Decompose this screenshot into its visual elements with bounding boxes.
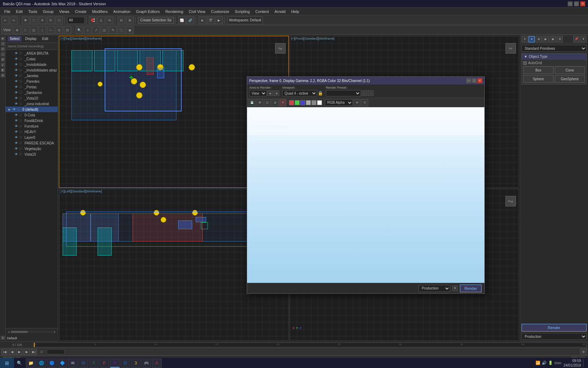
scene-item-16[interactable]: 👁 □ PAREDE ESCADA: [6, 140, 58, 146]
undo-button[interactable]: ↩: [1, 16, 9, 24]
display-panel-btn[interactable]: ◉: [550, 36, 556, 42]
box-icon-16[interactable]: □: [20, 141, 23, 145]
tb2-btn11[interactable]: ◫: [101, 26, 108, 34]
scene-tab-display[interactable]: Display: [23, 36, 39, 41]
create-selection-button[interactable]: Create Selection Se: [138, 17, 174, 24]
preset-arrow[interactable]: ▼: [452, 286, 458, 291]
strip-icon-3[interactable]: ☍: [1, 47, 5, 51]
eye-icon-4[interactable]: 👁: [15, 74, 18, 77]
menu-arnold[interactable]: Arnold: [272, 9, 288, 14]
tb2-btn5[interactable]: ↔: [47, 26, 55, 34]
box-icon-7[interactable]: □: [20, 91, 23, 94]
rotate-button[interactable]: ↻: [47, 16, 55, 24]
render-output-preset[interactable]: Production Draft: [419, 285, 450, 292]
menu-animation[interactable]: Animation: [111, 9, 133, 14]
render-copy-btn[interactable]: ⊞: [256, 99, 263, 106]
scene-item-5[interactable]: 👁 □ _Paredes: [6, 79, 58, 84]
go-end-button[interactable]: ▶|: [31, 349, 37, 355]
strip-icon-7[interactable]: ◐: [1, 68, 5, 72]
box-icon-1[interactable]: □: [20, 57, 23, 61]
render-button[interactable]: Render: [522, 324, 587, 332]
area-render-select[interactable]: View: [249, 90, 267, 96]
tb2-btn8[interactable]: 🔍: [76, 26, 83, 34]
menu-civil-view[interactable]: Civil View: [186, 9, 208, 14]
taskbar-ie[interactable]: 🔷: [57, 359, 67, 368]
maximize-button[interactable]: □: [574, 1, 579, 6]
render-clone-btn[interactable]: ◫: [264, 99, 271, 106]
schematic-view-button[interactable]: 🔗: [187, 16, 194, 24]
viewport-select[interactable]: Quad 4 - ective: [282, 90, 317, 96]
scene-item-7[interactable]: 👁 □ _Sanitarios: [6, 90, 58, 95]
box-icon-18[interactable]: □: [20, 152, 23, 156]
panel-pin[interactable]: 📌: [573, 36, 580, 42]
tb2-btn3[interactable]: ◫: [30, 26, 38, 34]
render-setup[interactable]: 🎬: [207, 16, 215, 24]
workspaces-label[interactable]: Workspaces: Default: [227, 16, 263, 24]
color-r[interactable]: [289, 100, 294, 105]
move-button[interactable]: ✛: [38, 16, 46, 24]
tb2-btn6[interactable]: ⊙: [55, 26, 63, 34]
close-button[interactable]: ✕: [580, 1, 585, 6]
taskbar-mail[interactable]: ✉: [68, 359, 78, 368]
viewport-top-label[interactable]: [+][Top][Standard][Wireframe]: [61, 37, 102, 40]
box-icon-17[interactable]: □: [20, 147, 23, 150]
tray-volume[interactable]: 🔊: [542, 361, 547, 365]
object-type-arrow[interactable]: ▼: [524, 55, 527, 59]
render-frame[interactable]: ▶: [215, 16, 223, 24]
area-render-btn1[interactable]: ◈: [267, 90, 273, 96]
strip-icon-bottom[interactable]: ⊘: [1, 336, 5, 340]
panel-options[interactable]: ▼: [580, 36, 587, 42]
scene-item-9[interactable]: 👁 □ _zona industrial: [6, 101, 58, 107]
render-now-button[interactable]: Render: [460, 285, 482, 292]
color-g[interactable]: [295, 100, 300, 105]
render-clear-btn[interactable]: ✕: [279, 99, 286, 106]
taskbar-3ds[interactable]: 3: [131, 359, 141, 368]
viewport-front-label[interactable]: [+][Front][Standard][Wireframe]: [291, 37, 335, 40]
menu-modifiers[interactable]: Modifiers: [89, 9, 111, 14]
menu-file[interactable]: File: [1, 9, 13, 14]
create-panel-btn[interactable]: ✦: [522, 36, 528, 42]
taskbar-chrome[interactable]: 🔵: [47, 359, 57, 368]
cone-button[interactable]: Cone: [555, 66, 585, 74]
viewport-front-mini-cube[interactable]: Frt: [505, 43, 516, 54]
color-a[interactable]: [306, 100, 311, 105]
viewport-left-label[interactable]: [+][Left][Standard][Wireframe]: [61, 190, 102, 193]
motion-panel-btn[interactable]: ▶: [542, 36, 549, 42]
scene-scroll-left[interactable]: ◄: [7, 330, 10, 334]
eye-icon-8[interactable]: 👁: [15, 96, 18, 100]
tray-lang[interactable]: ENG: [554, 361, 561, 365]
box-icon-2[interactable]: □: [20, 63, 23, 66]
scene-item-6[interactable]: 👁 □ _Portas: [6, 84, 58, 90]
tb2-btn7[interactable]: ⊡: [64, 26, 71, 34]
taskbar-onenote[interactable]: N: [110, 359, 120, 368]
area-render-btn2[interactable]: ⊕: [274, 90, 279, 96]
strip-icon-2[interactable]: ⬡: [1, 42, 5, 46]
taskbar-edge[interactable]: 🌐: [36, 359, 46, 368]
viewport-persp-mini-cube[interactable]: Prsp: [505, 196, 516, 206]
show-desktop-button[interactable]: [583, 359, 585, 367]
render-print-btn[interactable]: 🖨: [272, 99, 279, 106]
menu-content[interactable]: Content: [253, 9, 272, 14]
time-config-button[interactable]: ⚙: [580, 349, 587, 355]
eye-icon-0[interactable]: 👁: [15, 52, 18, 55]
eye-icon-16[interactable]: 👁: [15, 141, 18, 145]
scene-item-1[interactable]: 👁 □ _Cotas: [6, 56, 58, 62]
tb2-btn1[interactable]: ⊕: [13, 26, 21, 34]
scene-item-14[interactable]: 👁 □ HEAVY: [6, 129, 58, 135]
box-icon-12[interactable]: □: [20, 119, 23, 122]
go-start-button[interactable]: |◀: [1, 349, 8, 355]
menu-help[interactable]: Help: [288, 9, 302, 14]
render-dialog-close[interactable]: ✕: [477, 78, 482, 83]
render-dialog-maximize[interactable]: □: [472, 78, 477, 83]
eye-icon-3[interactable]: 👁: [15, 68, 18, 72]
menu-group[interactable]: Group: [40, 9, 56, 14]
taskbar-outlook[interactable]: O: [120, 359, 130, 368]
render-dialog-minimize[interactable]: ─: [466, 78, 471, 83]
modify-panel-btn[interactable]: ⊕: [528, 36, 535, 42]
menu-create[interactable]: Create: [72, 9, 89, 14]
scene-item-2[interactable]: 👁 □ _Invisibilidade: [6, 62, 58, 67]
menu-tools[interactable]: Tools: [26, 9, 40, 14]
box-icon-0[interactable]: □: [20, 52, 23, 55]
scene-item-3[interactable]: 👁 □ _Invisibilidades atraz: [6, 67, 58, 73]
menu-edit[interactable]: Edit: [13, 9, 26, 14]
